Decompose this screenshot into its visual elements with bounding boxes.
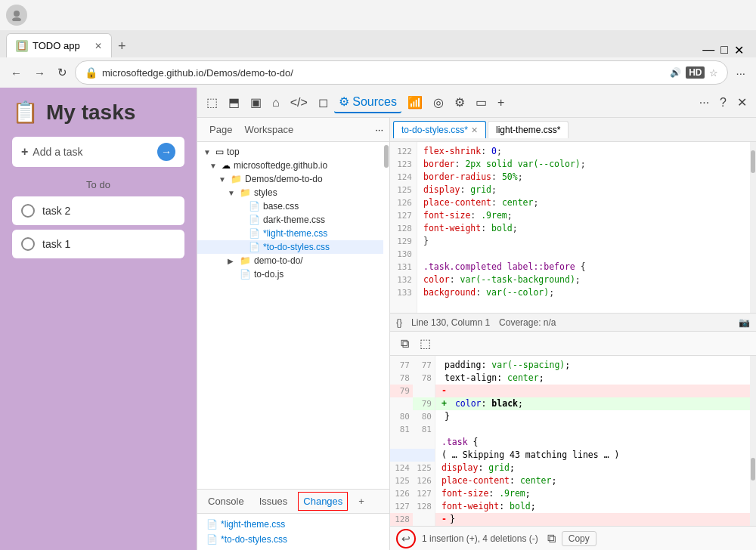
diff-scroll-thumb[interactable] (751, 458, 755, 480)
diff-line: place-content: center; (435, 474, 750, 487)
new-tab-btn[interactable]: + (112, 36, 132, 57)
diff-line (435, 423, 750, 436)
console-btn[interactable]: ▣ (246, 92, 266, 113)
performance-btn[interactable]: ◎ (429, 92, 448, 113)
code-scrollbar[interactable] (750, 142, 756, 313)
bottom-file-item[interactable]: 📄 *to-do-styles.css (197, 532, 389, 547)
storage-btn[interactable]: ▭ (471, 92, 491, 113)
task-checkbox[interactable] (21, 204, 35, 218)
diff-line: } (435, 410, 750, 423)
diff-num: 78 (390, 372, 413, 385)
add-task-button[interactable]: + Add a task → (12, 137, 184, 167)
diff-num (413, 449, 435, 462)
code-tab-close-btn[interactable]: ✕ (471, 125, 478, 135)
tree-arrow-icon: ▶ (228, 257, 237, 265)
add-tab-btn[interactable]: + (354, 493, 369, 510)
more-btn[interactable]: ··· (731, 63, 750, 82)
changes-tab-btn[interactable]: Changes (298, 492, 348, 511)
hd-badge: HD (686, 66, 705, 79)
inspect-btn[interactable]: ⬚ (202, 92, 222, 113)
code-line: place-content: center; (417, 196, 750, 209)
diff-num: 80 (390, 410, 413, 423)
sources-tree-area: Page Workspace ··· ▼ ▭ top (197, 118, 389, 489)
maximize-btn[interactable]: □ (720, 43, 728, 57)
tree-item-dark-theme[interactable]: ▶ 📄 dark-theme.css (197, 213, 383, 227)
screenshot-icon[interactable]: 📷 (739, 317, 750, 328)
tree-item-base-css[interactable]: ▶ 📄 base.css (197, 199, 383, 213)
code-scroll-thumb[interactable] (751, 150, 755, 173)
tree-item-styles[interactable]: ▼ 📁 styles (197, 186, 383, 199)
plus-icon: + (21, 145, 28, 159)
diff-code[interactable]: padding: var(--spacing); text-align: cen… (435, 356, 750, 526)
title-bar-left (6, 5, 27, 26)
code-content[interactable]: flex-shrink: 0; border: 2px solid var(--… (417, 142, 750, 313)
elements-btn[interactable]: </> (286, 93, 312, 113)
tree-scroll-area: ▼ ▭ top ▼ ☁ microsoftedge.github.io (197, 145, 389, 281)
home-btn[interactable]: ⌂ (268, 93, 284, 113)
add-task-left: + Add a task (21, 145, 83, 159)
line-num: 130 (390, 248, 417, 261)
tree-scroll-thumb[interactable] (384, 145, 389, 168)
task-checkbox[interactable] (21, 237, 35, 251)
read-aloud-icon[interactable]: 🔊 (670, 67, 681, 78)
line-num: 122 (390, 145, 417, 158)
browser-tab[interactable]: 📋 TODO app ✕ (6, 33, 112, 57)
minimize-btn[interactable]: — (702, 43, 714, 57)
task-item[interactable]: task 1 (12, 230, 184, 258)
tree-item-demo-todo[interactable]: ▶ 📁 demo-to-do/ (197, 254, 383, 267)
split-view-btn[interactable]: ⧉ (396, 334, 414, 354)
diff-num: 79 (413, 397, 435, 410)
code-tab-todo-styles[interactable]: to-do-styles.css* ✕ (393, 121, 486, 138)
devtools-more-btn[interactable]: ··· (695, 92, 714, 113)
sources-tab-btn[interactable]: ⚙ Sources (334, 91, 401, 113)
diff-scrollbar[interactable] (750, 356, 756, 526)
todo-sidebar: 📋 My tasks + Add a task → To do task 2 t… (0, 88, 197, 550)
device-toggle-btn[interactable]: ⬒ (224, 92, 244, 113)
tab-bar: 📋 TODO app ✕ + — □ ✕ (0, 30, 756, 57)
address-bar[interactable]: 🔒 microsoftedge.github.io/Demos/demo-to-… (75, 60, 728, 85)
forward-btn[interactable]: → (29, 63, 50, 82)
code-tab-light-theme[interactable]: light-theme.css* (488, 121, 569, 138)
tree-item-label: microsoftedge.github.io (234, 160, 327, 171)
diff-num: 128 (390, 513, 413, 526)
workspace-tab[interactable]: Workspace (238, 121, 299, 138)
bottom-file-item[interactable]: 📄 *light-theme.css (197, 517, 389, 532)
line-numbers: 122 123 124 125 126 127 128 129 130 131 … (390, 142, 417, 313)
tree-arrow-icon: ▼ (218, 175, 228, 184)
diff-line: font-size: .9rem; (435, 487, 750, 500)
inline-view-btn[interactable]: ⬚ (415, 333, 435, 354)
tree-item-top[interactable]: ▼ ▭ top (197, 145, 383, 159)
bookmark-icon[interactable]: ☆ (709, 67, 718, 79)
tree-item-todo-js[interactable]: ▶ 📄 to-do.js (197, 267, 383, 281)
back-btn[interactable]: ← (6, 63, 26, 82)
diff-num: 79 (390, 385, 413, 397)
tree-more-btn[interactable]: ··· (375, 124, 383, 135)
close-browser-btn[interactable]: ✕ (734, 43, 744, 57)
page-tab[interactable]: Page (203, 121, 238, 138)
main-content: 📋 My tasks + Add a task → To do task 2 t… (0, 88, 756, 550)
issues-tab-btn[interactable]: Issues (255, 493, 293, 510)
tree-item-github[interactable]: ▼ ☁ microsoftedge.github.io (197, 159, 383, 172)
code-line: } (417, 235, 750, 248)
devtools-help-btn[interactable]: ? (715, 92, 731, 113)
wifi-btn[interactable]: 📶 (403, 92, 427, 113)
devtools-close-btn[interactable]: ✕ (733, 92, 751, 113)
tree-item-light-theme[interactable]: ▶ 📄 *light-theme.css (197, 227, 383, 240)
tree-arrow-icon: ▼ (209, 162, 218, 170)
more-tools-btn[interactable]: + (493, 93, 509, 113)
task-item[interactable]: task 2 (12, 196, 184, 225)
code-area: to-do-styles.css* ✕ light-theme.css* 122… (390, 118, 756, 550)
settings-gear-btn[interactable]: ⚙ (450, 92, 469, 113)
console-tab-btn[interactable]: Console (203, 493, 249, 510)
network-btn[interactable]: ◻ (314, 92, 333, 113)
revert-btn[interactable]: ↩ (396, 529, 416, 548)
tree-item-todo-styles[interactable]: ▶ 📄 *to-do-styles.css (197, 240, 383, 254)
todo-title: My tasks (46, 100, 135, 125)
bottom-tabs: Console Issues Changes + (197, 490, 389, 514)
tree-item-demos[interactable]: ▼ 📁 Demos/demo-to-do (197, 172, 383, 186)
title-bar (0, 0, 756, 30)
tab-close-btn[interactable]: ✕ (94, 41, 102, 51)
profile-icon[interactable] (6, 5, 27, 26)
refresh-btn[interactable]: ↻ (53, 63, 72, 82)
copy-btn[interactable]: Copy (562, 531, 596, 546)
